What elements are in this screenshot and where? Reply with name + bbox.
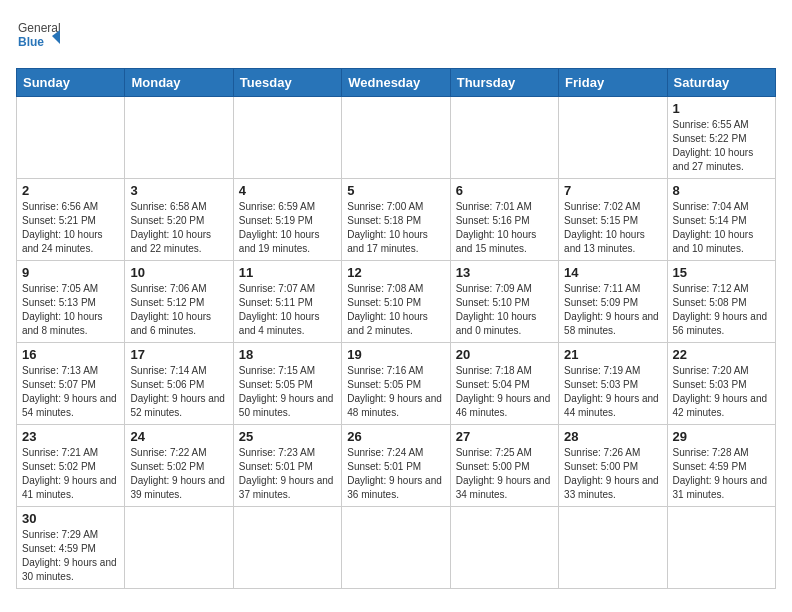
week-row-1: 1Sunrise: 6:55 AM Sunset: 5:22 PM Daylig… [17, 97, 776, 179]
calendar-cell [342, 97, 450, 179]
logo: General Blue [16, 16, 60, 60]
calendar-cell: 17Sunrise: 7:14 AM Sunset: 5:06 PM Dayli… [125, 343, 233, 425]
day-number: 19 [347, 347, 444, 362]
day-info: Sunrise: 7:15 AM Sunset: 5:05 PM Dayligh… [239, 364, 336, 420]
calendar-cell [233, 97, 341, 179]
calendar-cell: 19Sunrise: 7:16 AM Sunset: 5:05 PM Dayli… [342, 343, 450, 425]
calendar-cell: 27Sunrise: 7:25 AM Sunset: 5:00 PM Dayli… [450, 425, 558, 507]
calendar-cell: 9Sunrise: 7:05 AM Sunset: 5:13 PM Daylig… [17, 261, 125, 343]
day-number: 20 [456, 347, 553, 362]
day-number: 21 [564, 347, 661, 362]
week-row-4: 16Sunrise: 7:13 AM Sunset: 5:07 PM Dayli… [17, 343, 776, 425]
calendar-cell [450, 97, 558, 179]
day-info: Sunrise: 7:29 AM Sunset: 4:59 PM Dayligh… [22, 528, 119, 584]
calendar-cell: 18Sunrise: 7:15 AM Sunset: 5:05 PM Dayli… [233, 343, 341, 425]
week-row-2: 2Sunrise: 6:56 AM Sunset: 5:21 PM Daylig… [17, 179, 776, 261]
day-info: Sunrise: 7:09 AM Sunset: 5:10 PM Dayligh… [456, 282, 553, 338]
day-number: 24 [130, 429, 227, 444]
calendar-cell: 14Sunrise: 7:11 AM Sunset: 5:09 PM Dayli… [559, 261, 667, 343]
calendar-cell: 2Sunrise: 6:56 AM Sunset: 5:21 PM Daylig… [17, 179, 125, 261]
day-info: Sunrise: 7:02 AM Sunset: 5:15 PM Dayligh… [564, 200, 661, 256]
day-info: Sunrise: 7:26 AM Sunset: 5:00 PM Dayligh… [564, 446, 661, 502]
day-number: 22 [673, 347, 770, 362]
day-info: Sunrise: 7:20 AM Sunset: 5:03 PM Dayligh… [673, 364, 770, 420]
week-row-3: 9Sunrise: 7:05 AM Sunset: 5:13 PM Daylig… [17, 261, 776, 343]
day-info: Sunrise: 7:23 AM Sunset: 5:01 PM Dayligh… [239, 446, 336, 502]
calendar-cell: 5Sunrise: 7:00 AM Sunset: 5:18 PM Daylig… [342, 179, 450, 261]
day-number: 17 [130, 347, 227, 362]
calendar-cell: 8Sunrise: 7:04 AM Sunset: 5:14 PM Daylig… [667, 179, 775, 261]
day-info: Sunrise: 7:16 AM Sunset: 5:05 PM Dayligh… [347, 364, 444, 420]
day-number: 4 [239, 183, 336, 198]
day-number: 23 [22, 429, 119, 444]
calendar-cell: 15Sunrise: 7:12 AM Sunset: 5:08 PM Dayli… [667, 261, 775, 343]
day-number: 8 [673, 183, 770, 198]
day-info: Sunrise: 7:06 AM Sunset: 5:12 PM Dayligh… [130, 282, 227, 338]
calendar-cell: 23Sunrise: 7:21 AM Sunset: 5:02 PM Dayli… [17, 425, 125, 507]
day-number: 9 [22, 265, 119, 280]
day-info: Sunrise: 6:59 AM Sunset: 5:19 PM Dayligh… [239, 200, 336, 256]
day-info: Sunrise: 7:11 AM Sunset: 5:09 PM Dayligh… [564, 282, 661, 338]
day-info: Sunrise: 7:12 AM Sunset: 5:08 PM Dayligh… [673, 282, 770, 338]
calendar-cell: 1Sunrise: 6:55 AM Sunset: 5:22 PM Daylig… [667, 97, 775, 179]
calendar-cell: 24Sunrise: 7:22 AM Sunset: 5:02 PM Dayli… [125, 425, 233, 507]
day-info: Sunrise: 7:00 AM Sunset: 5:18 PM Dayligh… [347, 200, 444, 256]
day-info: Sunrise: 7:21 AM Sunset: 5:02 PM Dayligh… [22, 446, 119, 502]
day-info: Sunrise: 7:19 AM Sunset: 5:03 PM Dayligh… [564, 364, 661, 420]
weekday-header-monday: Monday [125, 69, 233, 97]
weekday-header-wednesday: Wednesday [342, 69, 450, 97]
calendar-cell [667, 507, 775, 589]
day-number: 14 [564, 265, 661, 280]
day-number: 25 [239, 429, 336, 444]
day-number: 10 [130, 265, 227, 280]
day-info: Sunrise: 7:24 AM Sunset: 5:01 PM Dayligh… [347, 446, 444, 502]
calendar-cell: 21Sunrise: 7:19 AM Sunset: 5:03 PM Dayli… [559, 343, 667, 425]
calendar-cell: 11Sunrise: 7:07 AM Sunset: 5:11 PM Dayli… [233, 261, 341, 343]
calendar-cell: 6Sunrise: 7:01 AM Sunset: 5:16 PM Daylig… [450, 179, 558, 261]
weekday-header-row: SundayMondayTuesdayWednesdayThursdayFrid… [17, 69, 776, 97]
calendar-cell: 12Sunrise: 7:08 AM Sunset: 5:10 PM Dayli… [342, 261, 450, 343]
calendar: SundayMondayTuesdayWednesdayThursdayFrid… [16, 68, 776, 589]
calendar-cell: 22Sunrise: 7:20 AM Sunset: 5:03 PM Dayli… [667, 343, 775, 425]
day-number: 28 [564, 429, 661, 444]
logo-container: General Blue [16, 16, 60, 60]
day-number: 29 [673, 429, 770, 444]
weekday-header-tuesday: Tuesday [233, 69, 341, 97]
calendar-cell: 20Sunrise: 7:18 AM Sunset: 5:04 PM Dayli… [450, 343, 558, 425]
day-number: 18 [239, 347, 336, 362]
day-info: Sunrise: 7:28 AM Sunset: 4:59 PM Dayligh… [673, 446, 770, 502]
calendar-cell [559, 97, 667, 179]
day-number: 12 [347, 265, 444, 280]
day-number: 26 [347, 429, 444, 444]
weekday-header-friday: Friday [559, 69, 667, 97]
calendar-cell: 25Sunrise: 7:23 AM Sunset: 5:01 PM Dayli… [233, 425, 341, 507]
calendar-cell: 10Sunrise: 7:06 AM Sunset: 5:12 PM Dayli… [125, 261, 233, 343]
calendar-cell: 29Sunrise: 7:28 AM Sunset: 4:59 PM Dayli… [667, 425, 775, 507]
day-info: Sunrise: 7:25 AM Sunset: 5:00 PM Dayligh… [456, 446, 553, 502]
calendar-cell: 13Sunrise: 7:09 AM Sunset: 5:10 PM Dayli… [450, 261, 558, 343]
svg-text:Blue: Blue [18, 35, 44, 49]
day-info: Sunrise: 6:58 AM Sunset: 5:20 PM Dayligh… [130, 200, 227, 256]
day-info: Sunrise: 7:18 AM Sunset: 5:04 PM Dayligh… [456, 364, 553, 420]
day-number: 7 [564, 183, 661, 198]
day-number: 13 [456, 265, 553, 280]
calendar-cell [233, 507, 341, 589]
weekday-header-sunday: Sunday [17, 69, 125, 97]
calendar-cell [125, 97, 233, 179]
day-number: 30 [22, 511, 119, 526]
day-number: 3 [130, 183, 227, 198]
calendar-cell [450, 507, 558, 589]
day-info: Sunrise: 7:22 AM Sunset: 5:02 PM Dayligh… [130, 446, 227, 502]
calendar-cell: 26Sunrise: 7:24 AM Sunset: 5:01 PM Dayli… [342, 425, 450, 507]
day-info: Sunrise: 7:14 AM Sunset: 5:06 PM Dayligh… [130, 364, 227, 420]
week-row-6: 30Sunrise: 7:29 AM Sunset: 4:59 PM Dayli… [17, 507, 776, 589]
week-row-5: 23Sunrise: 7:21 AM Sunset: 5:02 PM Dayli… [17, 425, 776, 507]
day-number: 15 [673, 265, 770, 280]
day-info: Sunrise: 7:04 AM Sunset: 5:14 PM Dayligh… [673, 200, 770, 256]
day-info: Sunrise: 7:05 AM Sunset: 5:13 PM Dayligh… [22, 282, 119, 338]
day-number: 27 [456, 429, 553, 444]
day-info: Sunrise: 6:56 AM Sunset: 5:21 PM Dayligh… [22, 200, 119, 256]
svg-text:General: General [18, 21, 60, 35]
day-number: 2 [22, 183, 119, 198]
calendar-cell: 30Sunrise: 7:29 AM Sunset: 4:59 PM Dayli… [17, 507, 125, 589]
